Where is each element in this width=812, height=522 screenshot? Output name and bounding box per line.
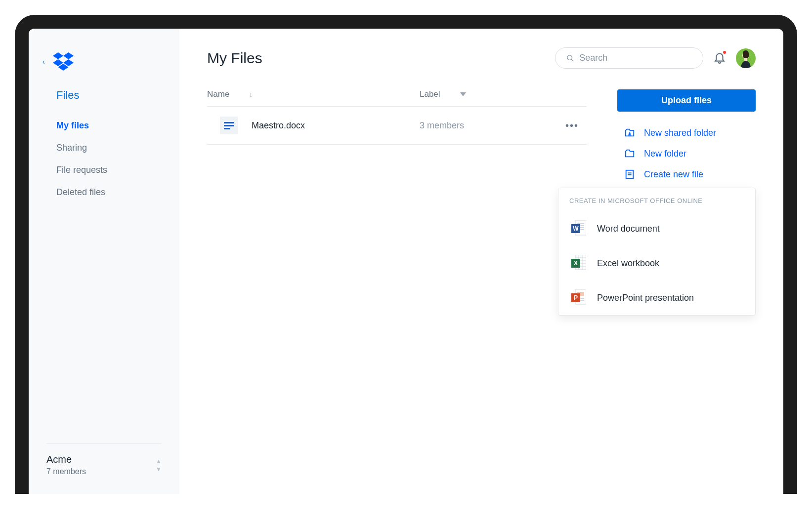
- svg-rect-11: [224, 125, 234, 126]
- svg-marker-0: [53, 52, 63, 59]
- popup-item-label: Excel workbook: [597, 258, 659, 269]
- sidebar-nav: My files Sharing File requests Deleted f…: [29, 115, 179, 203]
- svg-rect-18: [577, 223, 584, 224]
- file-name: Maestro.docx: [252, 120, 420, 131]
- notification-dot-icon: [722, 50, 727, 55]
- team-switcher[interactable]: Acme 7 members ▲▼: [46, 443, 162, 476]
- column-name-header[interactable]: Name: [207, 89, 229, 99]
- svg-marker-1: [63, 52, 74, 59]
- collapse-caret-icon[interactable]: ‹: [43, 58, 45, 66]
- svg-rect-12: [224, 128, 230, 129]
- svg-point-13: [629, 132, 631, 134]
- powerpoint-icon: P: [571, 289, 586, 306]
- svg-marker-9: [460, 92, 466, 96]
- search-input[interactable]: [579, 53, 692, 63]
- device-frame: ‹ Files My files Sharing: [0, 0, 812, 494]
- topbar: My Files: [207, 47, 756, 69]
- sidebar-section-title[interactable]: Files: [29, 83, 179, 115]
- right-panel: Upload files New shared folder New fol: [617, 89, 756, 316]
- sidebar-item-sharing[interactable]: Sharing: [56, 137, 162, 159]
- action-link-label: New shared folder: [644, 128, 716, 138]
- excel-icon: X: [571, 255, 586, 272]
- table-row[interactable]: Maestro.docx 3 members •••: [207, 107, 587, 145]
- word-icon: W: [571, 220, 586, 237]
- popup-item-label: PowerPoint presentation: [597, 293, 694, 303]
- notifications-button[interactable]: [713, 51, 726, 66]
- search-box[interactable]: [555, 47, 703, 69]
- create-new-file-link[interactable]: Create new file: [617, 164, 756, 185]
- svg-text:W: W: [573, 225, 579, 232]
- folder-icon: [624, 148, 635, 159]
- camera-dot: [403, 20, 410, 27]
- action-link-label: Create new file: [644, 169, 703, 180]
- create-powerpoint-presentation[interactable]: P PowerPoint presentation: [558, 281, 755, 315]
- action-link-label: New folder: [644, 149, 686, 159]
- table-header: Name ↓ Label: [207, 89, 587, 107]
- dropbox-logo-icon[interactable]: [53, 52, 74, 71]
- upload-files-button[interactable]: Upload files: [617, 89, 756, 112]
- new-folder-link[interactable]: New folder: [617, 143, 756, 164]
- column-label-header[interactable]: Label: [420, 89, 440, 99]
- row-overflow-button[interactable]: •••: [565, 120, 587, 131]
- create-word-document[interactable]: W Word document: [558, 211, 755, 246]
- main-content: My Files: [179, 29, 783, 494]
- create-excel-workbook[interactable]: X Excel workbook: [558, 246, 755, 281]
- avatar-person-icon: [739, 50, 753, 68]
- document-icon: [220, 117, 238, 134]
- svg-rect-10: [224, 122, 234, 123]
- team-members: 7 members: [46, 467, 86, 476]
- file-table: Name ↓ Label: [207, 89, 587, 145]
- page-title: My Files: [207, 50, 262, 67]
- svg-line-6: [571, 59, 573, 61]
- new-file-icon: [624, 169, 635, 180]
- sidebar-item-my-files[interactable]: My files: [56, 115, 162, 137]
- sidebar: ‹ Files My files Sharing: [29, 29, 179, 494]
- team-name: Acme: [46, 454, 86, 465]
- sidebar-item-deleted-files[interactable]: Deleted files: [56, 181, 162, 203]
- svg-rect-8: [744, 58, 747, 61]
- avatar[interactable]: [736, 48, 756, 68]
- label-caret-down-icon[interactable]: [460, 92, 466, 96]
- laptop-bezel: ‹ Files My files Sharing: [15, 15, 797, 494]
- popup-header: CREATE IN MICROSOFT OFFICE ONLINE: [558, 188, 755, 211]
- app-screen: ‹ Files My files Sharing: [29, 29, 783, 494]
- popup-item-label: Word document: [597, 224, 660, 234]
- team-switcher-arrows-icon: ▲▼: [156, 458, 162, 473]
- sidebar-item-file-requests[interactable]: File requests: [56, 159, 162, 181]
- office-create-popup: CREATE IN MICROSOFT OFFICE ONLINE W: [558, 188, 756, 316]
- file-label: 3 members: [420, 120, 565, 131]
- svg-text:P: P: [574, 294, 578, 301]
- new-shared-folder-link[interactable]: New shared folder: [617, 122, 756, 143]
- svg-text:X: X: [574, 260, 578, 267]
- svg-point-5: [567, 55, 572, 59]
- shared-folder-icon: [624, 127, 635, 138]
- sort-arrow-down-icon[interactable]: ↓: [249, 90, 253, 98]
- search-icon: [566, 54, 574, 63]
